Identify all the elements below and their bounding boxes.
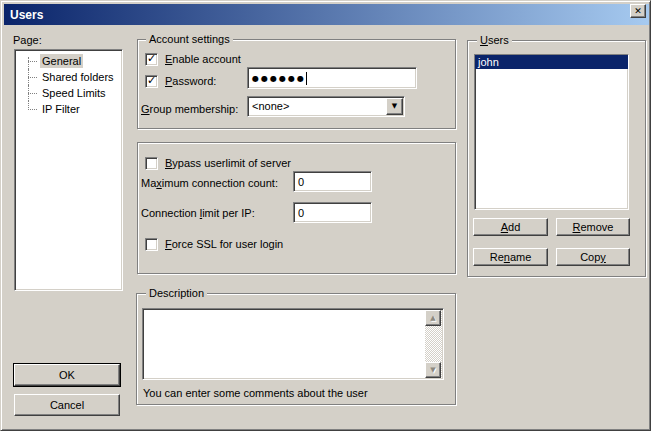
description-group: Description ▲ ▼ You can enter some comme… [136, 293, 456, 405]
page-label: Page: [13, 34, 42, 47]
description-scrollbar[interactable]: ▲ ▼ [425, 310, 442, 378]
users-dialog: Users ✕ Page: General Shared folders Spe… [0, 0, 651, 431]
force-ssl-checkbox[interactable]: ✓ [145, 238, 158, 251]
window-title: Users [4, 8, 43, 22]
checkmark-icon: ✓ [147, 53, 156, 64]
users-list[interactable]: john [474, 54, 629, 210]
account-settings-group: Account settings ✓ Enable account ✓ Pass… [137, 39, 456, 129]
max-connection-input[interactable]: 0 [293, 171, 372, 192]
scroll-up-button[interactable]: ▲ [425, 310, 441, 326]
copy-user-button[interactable]: Copy [556, 248, 630, 266]
enable-account-checkbox[interactable]: ✓ [145, 53, 158, 66]
description-hint: You can enter some comments about the us… [143, 387, 368, 400]
password-value: ●●●●●● [252, 74, 306, 83]
conn-limit-per-ip-label: Connection limit per IP: [141, 207, 255, 220]
remove-user-button[interactable]: Remove [556, 218, 630, 236]
group-membership-value: <none> [252, 100, 289, 113]
tree-item-general[interactable]: General [15, 53, 122, 69]
checkmark-icon: ✓ [147, 75, 156, 86]
group-membership-select[interactable]: <none> ▼ [247, 96, 405, 117]
conn-limit-per-ip-input[interactable]: 0 [293, 202, 372, 223]
rename-user-button[interactable]: Rename [473, 248, 548, 266]
tree-item-ip-filter[interactable]: IP Filter [15, 101, 122, 117]
users-group: Users john Add Remove Rename Copy [467, 40, 646, 277]
cancel-button[interactable]: Cancel [14, 394, 120, 416]
dropdown-arrow-icon: ▼ [392, 103, 397, 110]
enable-account-label[interactable]: Enable account [165, 53, 241, 66]
ok-button[interactable]: OK [14, 364, 120, 386]
users-title: Users [477, 34, 512, 47]
group-membership-label: Group membership: [141, 103, 238, 116]
scroll-down-button[interactable]: ▼ [425, 362, 441, 378]
password-field[interactable]: ●●●●●● [247, 67, 417, 89]
description-textarea[interactable]: ▲ ▼ [142, 308, 444, 380]
max-connection-label: Maximum connection count: [141, 177, 278, 190]
bypass-userlimit-label[interactable]: Bypass userlimit of server [165, 157, 291, 170]
scroll-up-icon: ▲ [430, 315, 435, 322]
connection-limits-group: ✓ Bypass userlimit of server Maximum con… [137, 142, 456, 274]
tree-item-speed-limits[interactable]: Speed Limits [15, 85, 122, 101]
password-label[interactable]: Password: [165, 75, 216, 88]
add-user-button[interactable]: Add [473, 218, 548, 236]
bypass-userlimit-checkbox[interactable]: ✓ [145, 157, 158, 170]
page-tree[interactable]: General Shared folders Speed Limits IP F… [14, 49, 123, 291]
scroll-down-icon: ▼ [430, 367, 435, 374]
tree-item-shared-folders[interactable]: Shared folders [15, 69, 122, 85]
account-settings-title: Account settings [146, 33, 233, 46]
text-cursor [306, 72, 307, 85]
list-item-john[interactable]: john [475, 55, 628, 69]
close-button[interactable]: ✕ [630, 4, 646, 18]
password-checkbox[interactable]: ✓ [145, 75, 158, 88]
combo-dropdown-button[interactable]: ▼ [386, 98, 403, 115]
description-title: Description [146, 287, 207, 300]
close-icon: ✕ [634, 7, 642, 16]
title-bar[interactable]: Users [4, 4, 649, 25]
force-ssl-label[interactable]: Force SSL for user login [165, 238, 283, 251]
